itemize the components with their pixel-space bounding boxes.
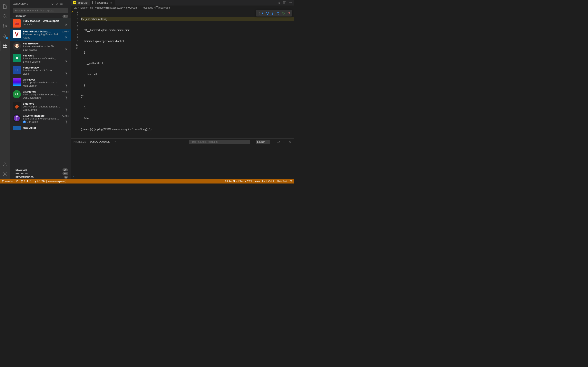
extension-item[interactable]: ⟳ Git History ⟳ 46ms View git log, file … bbox=[10, 89, 71, 101]
status-bar: master 0 0 AE JSX (hammer-explorer) Adob… bbox=[0, 179, 294, 184]
accounts-icon[interactable] bbox=[0, 159, 10, 169]
svg-point-0 bbox=[3, 15, 6, 17]
svg-point-30 bbox=[273, 14, 273, 15]
source-control-icon[interactable] bbox=[0, 21, 10, 31]
extension-item[interactable]: F+ Font Preview Preview fonts in VS Code… bbox=[10, 65, 71, 77]
tab-debug-console[interactable]: DEBUG CONSOLE bbox=[90, 139, 110, 144]
breadcrumb[interactable]: var› folders› bx› v66hchwd1qd0z38bz284v_… bbox=[71, 6, 294, 10]
split-editor-icon[interactable] bbox=[283, 1, 287, 5]
extension-item[interactable]: ExtendScript Debug… ⟳ 229ms Enables debu… bbox=[10, 29, 71, 41]
tab-source68[interactable]: source68 ✕ bbox=[90, 0, 114, 6]
gear-icon[interactable] bbox=[65, 108, 69, 112]
gear-icon[interactable] bbox=[65, 120, 69, 124]
chevron-right-icon: › bbox=[13, 176, 16, 178]
more-icon[interactable] bbox=[64, 2, 68, 6]
debug-console-filter-input[interactable] bbox=[189, 140, 250, 144]
more-actions-icon[interactable] bbox=[288, 1, 292, 5]
refresh-icon[interactable] bbox=[55, 2, 59, 6]
extension-item[interactable]: GitLens (Insiders) ⟳ 33ms Supercharge th… bbox=[10, 113, 71, 125]
git-branch-status[interactable]: master bbox=[2, 180, 13, 183]
extensions-sidebar: EXTENSIONS ⌄ ENABLED 61 🧰 Fully-featured… bbox=[10, 0, 71, 179]
svg-point-2 bbox=[3, 27, 4, 28]
gear-icon[interactable] bbox=[65, 22, 69, 26]
extension-item[interactable]: ◆ gitignore Lets you pull .gitignore tem… bbox=[10, 101, 71, 113]
debug-mode-status[interactable]: main bbox=[254, 180, 260, 183]
step-into-button[interactable] bbox=[270, 11, 275, 16]
line-numbers: 1234567891011 bbox=[71, 10, 81, 138]
tab-about-jsx[interactable]: JS about.jsx bbox=[71, 0, 90, 6]
sidebar-title: EXTENSIONS bbox=[13, 3, 50, 5]
js-file-icon: JS bbox=[73, 1, 76, 4]
chevron-right-icon: › bbox=[13, 169, 16, 171]
notifications-icon[interactable] bbox=[290, 180, 292, 183]
code-content[interactable]: try { app.scheduleTask( '''$.__hammerExp… bbox=[81, 10, 294, 138]
panel-more-icon[interactable]: ⋯ bbox=[114, 139, 116, 144]
svg-point-27 bbox=[290, 2, 291, 3]
section-installed[interactable]: › INSTALLED 89 bbox=[10, 172, 71, 175]
clear-icon[interactable] bbox=[59, 2, 64, 6]
gear-icon[interactable] bbox=[65, 48, 69, 52]
close-panel-icon[interactable] bbox=[288, 140, 292, 144]
drag-handle-icon[interactable]: ⋮⋮ bbox=[257, 11, 259, 16]
collapse-panel-icon[interactable] bbox=[282, 140, 286, 144]
extension-item[interactable]: 🧰 Fully-featured TOML support tamasfe bbox=[10, 18, 71, 29]
svg-point-14 bbox=[66, 24, 67, 25]
language-mode-status[interactable]: Plain Text bbox=[277, 180, 287, 183]
svg-point-11 bbox=[65, 4, 65, 4]
step-over-button[interactable] bbox=[265, 11, 270, 16]
stop-button[interactable] bbox=[286, 11, 291, 16]
section-enabled[interactable]: ⌄ ENABLED 61 bbox=[10, 15, 71, 18]
cursor-position-status[interactable]: Ln 1, Col 1 bbox=[262, 180, 274, 183]
extensions-icon[interactable] bbox=[0, 41, 10, 50]
breakpoint-glyph[interactable]: ◇ bbox=[71, 10, 73, 14]
svg-rect-32 bbox=[288, 12, 290, 14]
compare-changes-icon[interactable] bbox=[277, 1, 281, 5]
gear-icon[interactable] bbox=[65, 84, 69, 88]
gear-icon[interactable] bbox=[65, 60, 69, 64]
restart-button[interactable] bbox=[281, 11, 286, 16]
filter-icon[interactable] bbox=[50, 2, 55, 6]
load-time: ⟳ 33ms bbox=[61, 114, 69, 117]
svg-point-1 bbox=[3, 25, 4, 25]
section-recommended[interactable]: › RECOMMENDED 8 bbox=[10, 175, 71, 179]
debug-console-body[interactable]: › bbox=[71, 145, 294, 179]
section-disabled[interactable]: › DISABLED 29 bbox=[10, 168, 71, 172]
extension-item[interactable]: Hex Editor bbox=[10, 125, 71, 130]
explorer-icon[interactable] bbox=[0, 2, 10, 11]
settings-gear-icon[interactable] bbox=[0, 169, 10, 179]
svg-rect-5 bbox=[3, 44, 5, 45]
debug-session-select[interactable]: Launch bbox=[256, 140, 270, 144]
extensions-list: 🧰 Fully-featured TOML support tamasfe Ex… bbox=[10, 18, 71, 168]
step-out-button[interactable] bbox=[276, 11, 281, 16]
svg-point-13 bbox=[67, 4, 67, 4]
chevron-right-icon: › bbox=[13, 172, 16, 175]
debug-toolbar[interactable]: ⋮⋮ bbox=[256, 10, 292, 17]
load-time: ⟳ 229ms bbox=[60, 30, 69, 33]
tab-problems[interactable]: PROBLEMS bbox=[73, 140, 86, 144]
svg-point-9 bbox=[4, 163, 6, 164]
code-editor[interactable]: ◇ 1234567891011 try { app.scheduleTask( … bbox=[71, 10, 294, 138]
svg-point-34 bbox=[2, 182, 3, 182]
gear-icon[interactable] bbox=[65, 72, 69, 76]
svg-point-33 bbox=[2, 180, 3, 181]
sync-status[interactable] bbox=[15, 180, 18, 183]
svg-point-3 bbox=[6, 26, 7, 27]
extensions-search-input[interactable] bbox=[13, 8, 68, 13]
gear-icon[interactable] bbox=[65, 36, 69, 40]
svg-point-24 bbox=[66, 122, 67, 123]
close-icon[interactable]: ✕ bbox=[109, 1, 112, 4]
debug-badge: 1 bbox=[6, 37, 8, 39]
debug-target-status[interactable]: Adobe After Effects 2021 bbox=[225, 180, 252, 183]
run-debug-icon[interactable]: 1 bbox=[0, 31, 10, 41]
problems-status[interactable]: 0 0 bbox=[21, 180, 31, 183]
svg-rect-7 bbox=[3, 46, 5, 48]
extension-item[interactable]: Gif Player Add a play/pause button and a… bbox=[10, 77, 71, 89]
extension-item[interactable]: ✕ File Utils A convenient way of creatin… bbox=[10, 53, 71, 65]
extension-item[interactable]: 🐶 File Browser A nicer alternative to th… bbox=[10, 41, 71, 53]
debug-task-status[interactable]: AE JSX (hammer-explorer) bbox=[34, 180, 66, 183]
search-icon[interactable] bbox=[0, 11, 10, 21]
gear-icon[interactable] bbox=[65, 96, 69, 100]
clear-console-icon[interactable] bbox=[277, 140, 280, 144]
console-prompt-icon: › bbox=[73, 175, 73, 178]
file-icon bbox=[93, 1, 96, 4]
